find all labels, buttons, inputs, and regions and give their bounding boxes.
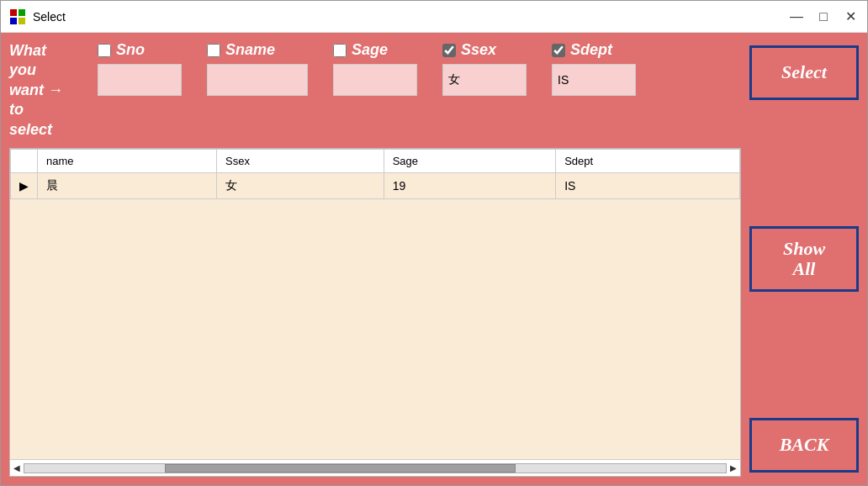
app-icon (9, 8, 26, 25)
column-ssex: Ssex (442, 41, 527, 96)
table-wrapper: name Ssex Sage Sdept ▶ 晨 女 19 IS (9, 148, 741, 477)
sno-checkbox[interactable] (98, 44, 111, 57)
scroll-left-arrow[interactable]: ◀ (12, 463, 22, 473)
col-header-sdept: Sdept (556, 149, 740, 172)
back-button[interactable]: BACK (749, 418, 859, 473)
sname-header: Sname (207, 41, 275, 59)
main-content: What you want → to select Sno (1, 33, 867, 485)
data-table: name Ssex Sage Sdept ▶ 晨 女 19 IS (10, 149, 740, 199)
btn-spacer-1 (749, 100, 859, 226)
show-all-button[interactable]: ShowAll (749, 226, 859, 292)
ssex-input[interactable] (442, 64, 527, 96)
svg-rect-0 (10, 9, 17, 16)
window-controls: — □ ✕ (788, 8, 859, 25)
table-header: name Ssex Sage Sdept (11, 149, 740, 172)
cell-sage: 19 (384, 172, 555, 198)
scroll-thumb[interactable] (165, 464, 516, 473)
sname-label: Sname (225, 41, 275, 59)
row-indicator: ▶ (11, 172, 38, 198)
main-window: Select — □ ✕ What you want → to select S… (0, 0, 868, 486)
svg-rect-2 (10, 18, 17, 24)
sdept-label: Sdept (570, 41, 612, 59)
column-sno: Sno (98, 41, 182, 96)
select-button[interactable]: Select (749, 45, 859, 100)
sname-input[interactable] (207, 64, 308, 96)
sage-header: Sage (333, 41, 388, 59)
sage-checkbox[interactable] (333, 44, 347, 57)
right-panel: Select ShowAll BACK (749, 41, 859, 477)
ssex-label: Ssex (461, 41, 496, 59)
table-body: ▶ 晨 女 19 IS (11, 172, 740, 198)
column-sdept: Sdept (552, 41, 636, 96)
cell-ssex: 女 (217, 172, 384, 198)
scroll-right-arrow[interactable]: ▶ (728, 463, 738, 473)
sage-input[interactable] (333, 64, 417, 96)
ssex-header: Ssex (442, 41, 496, 59)
what-label: What you want → to select (9, 41, 85, 140)
cell-sdept: IS (556, 172, 740, 198)
sno-header: Sno (98, 41, 145, 59)
btn-spacer-2 (749, 292, 859, 418)
filter-section: What you want → to select Sno (9, 41, 741, 140)
horizontal-scrollbar[interactable]: ◀ ▶ (10, 459, 740, 476)
close-button[interactable]: ✕ (842, 8, 859, 25)
scroll-track[interactable] (24, 463, 727, 473)
left-panel: What you want → to select Sno (9, 41, 741, 477)
col-header-indicator (11, 149, 38, 172)
cell-name: 晨 (38, 172, 217, 198)
ssex-checkbox[interactable] (442, 44, 456, 57)
svg-rect-1 (19, 9, 25, 16)
col-header-name: name (38, 149, 217, 172)
sdept-header: Sdept (552, 41, 612, 59)
minimize-button[interactable]: — (788, 8, 805, 25)
table-row[interactable]: ▶ 晨 女 19 IS (11, 172, 740, 198)
sdept-input[interactable] (552, 64, 636, 96)
sage-label: Sage (352, 41, 388, 59)
sdept-checkbox[interactable] (552, 44, 565, 57)
columns-area: Sno Sname (98, 41, 636, 96)
column-sage: Sage (333, 41, 417, 96)
maximize-button[interactable]: □ (815, 8, 832, 25)
window-title: Select (33, 10, 788, 24)
column-sname: Sname (207, 41, 308, 96)
sno-label: Sno (116, 41, 145, 59)
svg-rect-3 (19, 18, 25, 24)
sno-input[interactable] (98, 64, 182, 96)
title-bar: Select — □ ✕ (1, 1, 867, 33)
sname-checkbox[interactable] (207, 44, 220, 57)
col-header-ssex: Ssex (217, 149, 384, 172)
col-header-sage: Sage (384, 149, 555, 172)
